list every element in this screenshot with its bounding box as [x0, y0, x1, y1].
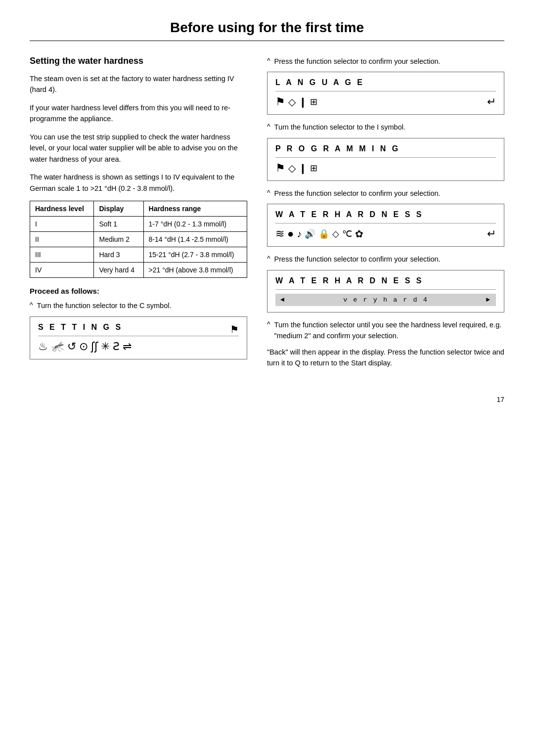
settings-icon7: Ƨ [113, 340, 120, 353]
confirm-step2-text: Press the function selector to confirm y… [274, 188, 441, 199]
diamond-icon: ◇ [288, 96, 296, 108]
table-row: III Hard 3 15-21 °dH (2.7 - 3.8 mmol/l) [30, 247, 247, 263]
caret-icon: ^ [267, 254, 270, 265]
step1-item: ^ Turn the function selector to the C sy… [30, 300, 247, 311]
settings-icon4: ⊙ [79, 340, 88, 353]
programming-box-divider [275, 157, 496, 158]
programming-display-box: P R O G R A M M I N G ⚑ ◇ ❙ ⊞ [267, 138, 504, 181]
programming-box-icons: ⚑ ◇ ❙ ⊞ [275, 162, 496, 175]
cell-level-1: I [30, 217, 94, 232]
back-icon2: ↵ [487, 227, 496, 240]
note-icon: ♪ [297, 228, 302, 240]
volume-icon: 🔊 [305, 228, 315, 239]
programming-box-title: P R O G R A M M I N G [275, 144, 496, 153]
flag-icon: ⚑ [275, 95, 285, 108]
confirm-step2-item: ^ Press the function selector to confirm… [267, 188, 504, 199]
right-column: ^ Press the function selector to confirm… [267, 56, 504, 376]
left-arrow-icon: ◄ [280, 296, 285, 304]
water-hardness-box1-title: W A T E R H A R D N E S S [275, 210, 496, 219]
cell-range-3: 15-21 °dH (2.7 - 3.8 mmol/l) [143, 247, 247, 263]
language-display-box: L A N G U A G E ⚑ ◇ ❙ ⊞ ↵ [267, 72, 504, 115]
cell-level-4: IV [30, 263, 94, 278]
caret-icon: ^ [267, 122, 270, 133]
water-hardness-box2: W A T E R H A R D N E S S ◄ v e r y h a … [267, 270, 504, 312]
circle-icon: ● [287, 227, 294, 240]
cell-display-1: Soft 1 [94, 217, 143, 232]
diamond-icon: ◇ [288, 162, 296, 174]
hardness-table: Hardness level Display Hardness range I … [30, 201, 247, 278]
col-header-range: Hardness range [143, 201, 247, 217]
water-hardness-box1-icons: ≋ ● ♪ 🔊 🔒 ◇ ℃ ✿ [275, 227, 363, 240]
water-hardness-box1-divider [275, 223, 496, 223]
para2: If your water hardness level differs fro… [30, 102, 247, 125]
steam-icon: ♨ [38, 340, 48, 353]
bar-icon: ❙ [299, 162, 307, 174]
caret-icon: ^ [30, 300, 33, 311]
settings-icon5: ʃʃ [91, 340, 98, 353]
cell-range-4: >21 °dH (above 3.8 mmol/l) [143, 263, 247, 278]
bar-icon: ❙ [299, 96, 307, 108]
flower-icon: ✿ [355, 228, 363, 240]
lock-icon: 🔒 [318, 228, 329, 239]
cell-range-2: 8-14 °dH (1.4 -2.5 mmol/l) [143, 232, 247, 247]
left-column: Setting the water hardness The steam ove… [30, 56, 247, 366]
step1-text: Turn the function selector to the C symb… [37, 300, 172, 311]
col-header-level: Hardness level [30, 201, 94, 217]
water-hardness-box2-title: W A T E R H A R D N E S S [275, 276, 496, 285]
page-number: 17 [30, 396, 504, 403]
table-row: IV Very hard 4 >21 °dH (above 3.8 mmol/l… [30, 263, 247, 278]
turn-step1-text: Turn the function selector to the I symb… [274, 122, 405, 133]
grid-icon: ⊞ [310, 96, 317, 107]
language-box-title: L A N G U A G E [275, 78, 496, 87]
settings-box-divider [38, 336, 239, 336]
settings-box-icons: ♨ 🦟 ↺ ⊙ ʃʃ ✳ Ƨ ⇌ [38, 340, 239, 353]
caret-icon: ^ [267, 56, 270, 67]
table-row: I Soft 1 1-7 °dH (0.2 - 1.3 mmol/l) [30, 217, 247, 232]
para3: You can use the test strip supplied to c… [30, 132, 247, 165]
water-hardness-box2-divider [275, 289, 496, 290]
final-note: "Back" will then appear in the display. … [267, 347, 504, 369]
diamond2-icon: ◇ [332, 228, 339, 239]
confirm-step1-text: Press the function selector to confirm y… [274, 56, 441, 67]
language-box-divider [275, 91, 496, 91]
water-hardness-box1-icons-row: ≋ ● ♪ 🔊 🔒 ◇ ℃ ✿ ↵ [275, 227, 496, 240]
cell-display-2: Medium 2 [94, 232, 143, 247]
para1: The steam oven is set at the factory to … [30, 73, 247, 95]
cell-level-3: III [30, 247, 94, 263]
cell-level-2: II [30, 232, 94, 247]
flag-icon: ⚑ [275, 162, 285, 175]
confirm-step3-text: Press the function selector to confirm y… [274, 254, 441, 265]
settings-icon3: ↺ [67, 340, 76, 353]
cell-display-4: Very hard 4 [94, 263, 143, 278]
water-hardness-box1: W A T E R H A R D N E S S ≋ ● ♪ 🔊 🔒 ◇ ℃ … [267, 204, 504, 247]
cell-range-1: 1-7 °dH (0.2 - 1.3 mmol/l) [143, 217, 247, 232]
settings-display-box: S E T T I N G S ⚑ ♨ 🦟 ↺ ⊙ ʃʃ ✳ Ƨ ⇌ [30, 316, 247, 359]
main-content: Setting the water hardness The steam ove… [30, 56, 504, 376]
settings-icon6: ✳ [101, 340, 110, 353]
confirm-step1-item: ^ Press the function selector to confirm… [267, 56, 504, 67]
confirm-step3-item: ^ Press the function selector to confirm… [267, 254, 504, 265]
para4: The water hardness is shown as settings … [30, 172, 247, 194]
top-divider [30, 41, 504, 41]
back-icon: ↵ [487, 95, 496, 108]
section-heading: Setting the water hardness [30, 56, 247, 66]
settings-icon2: 🦟 [51, 340, 64, 353]
turn-step2-text: Turn the function selector until you see… [274, 319, 504, 342]
celsius-icon: ℃ [342, 228, 352, 239]
language-box-icons-row: ⚑ ◇ ❙ ⊞ ↵ [275, 95, 496, 108]
settings-box-row: S E T T I N G S ⚑ [38, 323, 239, 336]
page-title: Before using for the first time [30, 20, 504, 36]
settings-flag-icon: ⚑ [230, 323, 239, 335]
turn-step1-item: ^ Turn the function selector to the I sy… [267, 122, 504, 133]
col-header-display: Display [94, 201, 143, 217]
proceed-heading: Proceed as follows: [30, 287, 247, 295]
wave-icon: ≋ [275, 227, 284, 240]
turn-step2-item: ^ Turn the function selector until you s… [267, 319, 504, 342]
table-row: II Medium 2 8-14 °dH (1.4 -2.5 mmol/l) [30, 232, 247, 247]
grid-icon: ⊞ [310, 163, 317, 174]
language-box-icons: ⚑ ◇ ❙ ⊞ [275, 95, 317, 108]
settings-box-title: S E T T I N G S [38, 323, 123, 332]
caret-icon: ^ [267, 319, 270, 342]
settings-icon8: ⇌ [123, 340, 132, 353]
selector-value: v e r y h a r d 4 [343, 296, 428, 304]
